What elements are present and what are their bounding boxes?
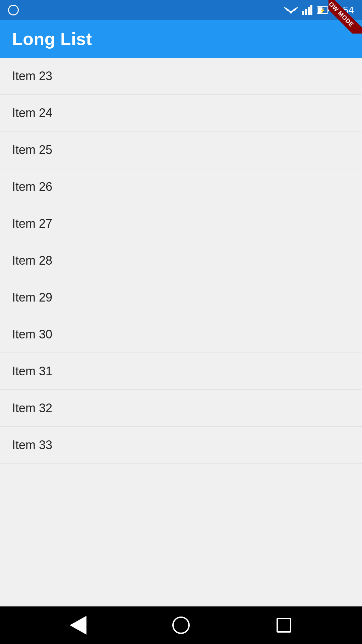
list-item[interactable]: Item 26 [0,168,362,205]
list-item[interactable]: Item 24 [0,95,362,131]
home-icon [172,616,190,634]
list-container[interactable]: Item 23Item 24Item 25Item 26Item 27Item … [0,58,362,606]
wifi-icon [284,5,298,15]
list-item-label: Item 28 [12,254,52,268]
list-item[interactable]: Item 31 [0,353,362,390]
list-item[interactable]: Item 25 [0,131,362,168]
signal-icon [302,5,312,15]
list-item-label: Item 25 [12,143,52,157]
list-item-label: Item 31 [12,364,52,378]
back-button[interactable] [68,615,88,635]
home-button[interactable] [171,615,191,635]
slow-mode-banner: SLOW MODE [328,0,362,34]
list-item[interactable]: Item 23 [0,58,362,95]
notification-icon [8,5,19,15]
slow-mode-label: SLOW MODE [328,0,362,34]
list-item[interactable]: Item 33 [0,427,362,464]
app-title: Long List [12,29,92,49]
recents-button[interactable] [274,615,294,635]
svg-rect-2 [308,7,310,15]
list-item[interactable]: Item 29 [0,279,362,316]
recents-icon [277,618,291,633]
list-item-label: Item 33 [12,438,52,452]
list-item[interactable]: Item 28 [0,242,362,279]
list-item[interactable]: Item 30 [0,316,362,353]
svg-rect-3 [310,5,312,15]
svg-rect-0 [302,11,304,15]
battery-icon: ⚡ [317,5,330,15]
list-item-label: Item 32 [12,401,52,415]
list-item[interactable]: Item 27 [0,205,362,242]
nav-bar [0,606,362,644]
list-item-label: Item 23 [12,69,52,83]
list-item-label: Item 30 [12,327,52,341]
app-bar: Long List [0,20,362,58]
status-bar: SLOW MODE ⚡ 5:54 [0,0,362,20]
list-item-label: Item 29 [12,290,52,305]
svg-text:⚡: ⚡ [319,8,325,13]
svg-rect-1 [305,9,307,15]
list-item-label: Item 24 [12,106,52,120]
list-item-label: Item 27 [12,217,52,231]
list-item-label: Item 26 [12,180,52,194]
list-item[interactable]: Item 32 [0,390,362,427]
back-icon [70,616,86,635]
status-bar-left [8,5,19,15]
